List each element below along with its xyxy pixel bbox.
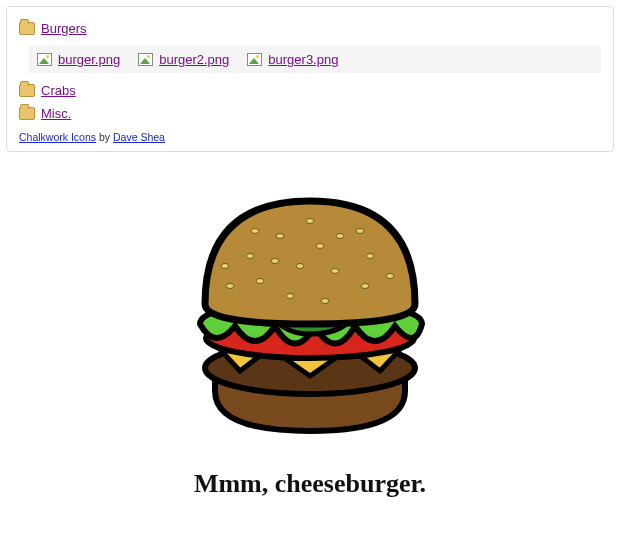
file-item[interactable]: burger2.png bbox=[138, 52, 229, 67]
svg-point-2 bbox=[246, 254, 254, 259]
svg-point-13 bbox=[321, 299, 329, 304]
svg-point-12 bbox=[286, 294, 294, 299]
svg-point-16 bbox=[316, 244, 324, 249]
folder-link-burgers[interactable]: Burgers bbox=[41, 21, 87, 36]
file-row-burgers-children: burger.png burger2.png burger3.png bbox=[29, 46, 601, 73]
folder-link-misc[interactable]: Misc. bbox=[41, 106, 71, 121]
folder-row-burgers[interactable]: Burgers bbox=[19, 17, 601, 40]
svg-point-6 bbox=[366, 254, 374, 259]
file-item[interactable]: burger.png bbox=[37, 52, 120, 67]
file-item[interactable]: burger3.png bbox=[247, 52, 338, 67]
svg-point-5 bbox=[336, 234, 344, 239]
svg-point-10 bbox=[361, 284, 369, 289]
image-icon bbox=[37, 53, 52, 66]
svg-point-11 bbox=[226, 284, 234, 289]
folder-icon bbox=[19, 22, 35, 35]
svg-point-3 bbox=[276, 234, 284, 239]
file-tree-panel: Burgers burger.png burger2.png burger3.p… bbox=[6, 6, 614, 152]
folder-link-crabs[interactable]: Crabs bbox=[41, 83, 76, 98]
credits-by-text: by bbox=[96, 131, 113, 143]
credits-line: Chalkwork Icons by Dave Shea bbox=[19, 131, 601, 143]
svg-point-4 bbox=[306, 219, 314, 224]
preview-caption: Mmm, cheeseburger. bbox=[6, 469, 614, 499]
folder-icon bbox=[19, 107, 35, 120]
credits-author-link[interactable]: Dave Shea bbox=[113, 131, 165, 143]
file-link-burger-png[interactable]: burger.png bbox=[58, 52, 120, 67]
cheeseburger-image bbox=[160, 166, 460, 456]
svg-point-19 bbox=[221, 264, 229, 269]
folder-icon bbox=[19, 84, 35, 97]
svg-point-9 bbox=[331, 269, 339, 274]
svg-point-14 bbox=[251, 229, 259, 234]
file-link-burger2-png[interactable]: burger2.png bbox=[159, 52, 229, 67]
svg-point-7 bbox=[256, 279, 264, 284]
preview-area: Mmm, cheeseburger. bbox=[6, 166, 614, 499]
file-link-burger3-png[interactable]: burger3.png bbox=[268, 52, 338, 67]
image-icon bbox=[247, 53, 262, 66]
image-icon bbox=[138, 53, 153, 66]
folder-row-crabs[interactable]: Crabs bbox=[19, 79, 601, 102]
svg-point-17 bbox=[271, 259, 279, 264]
folder-row-misc[interactable]: Misc. bbox=[19, 102, 601, 125]
svg-point-15 bbox=[356, 229, 364, 234]
svg-point-18 bbox=[386, 274, 394, 279]
credits-icons-link[interactable]: Chalkwork Icons bbox=[19, 131, 96, 143]
svg-point-8 bbox=[296, 264, 304, 269]
